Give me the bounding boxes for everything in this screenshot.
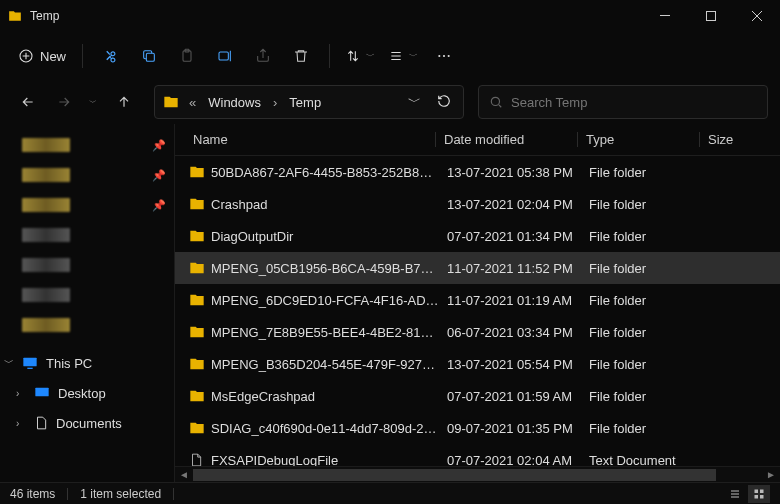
file-list[interactable]: 50BDA867-2AF6-4455-B853-252B8E41477...13… [175, 156, 780, 466]
folder-icon [189, 324, 211, 340]
file-name: FXSAPIDebugLogFile [211, 453, 439, 467]
scroll-right-arrow[interactable]: ► [762, 469, 780, 480]
sidebar-quick-item[interactable] [0, 280, 174, 310]
close-button[interactable] [734, 0, 780, 32]
svg-rect-12 [27, 368, 32, 369]
recent-button[interactable]: ﹀ [84, 86, 104, 118]
file-name: MPENG_7E8B9E55-BEE4-4BE2-819D-8BEF... [211, 325, 439, 340]
file-type: File folder [581, 325, 703, 340]
file-type: File folder [581, 197, 703, 212]
sidebar-quick-item[interactable]: 📌 [0, 190, 174, 220]
svg-rect-14 [755, 489, 759, 493]
forward-button[interactable] [48, 86, 80, 118]
file-area: Name Date modified Type Size 50BDA867-2A… [175, 124, 780, 482]
pin-icon: 📌 [152, 139, 166, 152]
sidebar-quick-item[interactable]: 📌 [0, 130, 174, 160]
sidebar-quick-item[interactable] [0, 220, 174, 250]
breadcrumb-overflow[interactable]: « [185, 93, 200, 112]
sidebar-this-pc[interactable]: ﹀ This PC [0, 348, 174, 378]
breadcrumb-windows[interactable]: Windows [204, 93, 265, 112]
column-name[interactable]: Name [189, 132, 435, 147]
window-title: Temp [30, 9, 59, 23]
chevron-right-icon: › [16, 388, 19, 399]
table-row[interactable]: MsEdgeCrashpad07-07-2021 01:59 AMFile fo… [175, 380, 780, 412]
svg-rect-6 [219, 52, 228, 60]
file-name: MPENG_6DC9ED10-FCFA-4F16-ADAE-EA... [211, 293, 439, 308]
table-row[interactable]: SDIAG_c40f690d-0e11-4dd7-809d-261c5c...0… [175, 412, 780, 444]
file-name: 50BDA867-2AF6-4455-B853-252B8E41477... [211, 165, 439, 180]
sidebar-quick-item[interactable] [0, 250, 174, 280]
documents-icon [34, 416, 48, 430]
maximize-button[interactable] [688, 0, 734, 32]
sidebar[interactable]: 📌 📌 📌 ﹀ This PC › Desktop › Documents [0, 124, 175, 482]
icons-view-button[interactable] [748, 485, 770, 503]
desktop-icon [34, 385, 50, 401]
share-button[interactable] [245, 38, 281, 74]
minimize-button[interactable] [642, 0, 688, 32]
search-bar[interactable] [478, 85, 768, 119]
pin-icon: 📌 [152, 199, 166, 212]
details-view-button[interactable] [724, 485, 746, 503]
column-type[interactable]: Type [577, 132, 699, 147]
file-type: File folder [581, 389, 703, 404]
file-name: MsEdgeCrashpad [211, 389, 439, 404]
scroll-left-arrow[interactable]: ◄ [175, 469, 193, 480]
status-count: 46 items [10, 487, 55, 501]
sort-button[interactable]: ﹀ [340, 38, 381, 74]
back-button[interactable] [12, 86, 44, 118]
sidebar-label: Desktop [58, 386, 106, 401]
file-type: Text Document [581, 453, 703, 467]
pc-icon [22, 355, 38, 371]
file-date: 07-07-2021 02:04 AM [439, 453, 581, 467]
more-button[interactable] [426, 38, 462, 74]
file-type: File folder [581, 229, 703, 244]
horizontal-scrollbar[interactable]: ◄ ► [175, 466, 780, 482]
svg-rect-11 [23, 358, 36, 367]
file-date: 13-07-2021 05:38 PM [439, 165, 581, 180]
sidebar-quick-item[interactable] [0, 310, 174, 340]
view-button[interactable]: ﹀ [383, 38, 424, 74]
new-button[interactable]: New [12, 38, 72, 74]
address-history-dropdown[interactable]: ﹀ [402, 93, 427, 111]
nav-row: ﹀ « Windows › Temp ﹀ [0, 80, 780, 124]
sidebar-desktop[interactable]: › Desktop [0, 378, 174, 408]
column-size[interactable]: Size [699, 132, 780, 147]
svg-point-7 [438, 55, 440, 57]
table-row[interactable]: FXSAPIDebugLogFile07-07-2021 02:04 AMTex… [175, 444, 780, 466]
column-date[interactable]: Date modified [435, 132, 577, 147]
breadcrumb-temp[interactable]: Temp [285, 93, 325, 112]
sidebar-quick-item[interactable]: 📌 [0, 160, 174, 190]
sidebar-documents[interactable]: › Documents [0, 408, 174, 438]
table-row[interactable]: DiagOutputDir07-07-2021 01:34 PMFile fol… [175, 220, 780, 252]
sidebar-label: This PC [46, 356, 92, 371]
folder-icon [189, 388, 211, 404]
search-input[interactable] [511, 95, 757, 110]
folder-icon [189, 228, 211, 244]
sidebar-label: Documents [56, 416, 122, 431]
svg-rect-17 [760, 495, 764, 499]
file-type: File folder [581, 421, 703, 436]
paste-button[interactable] [169, 38, 205, 74]
status-bar: 46 items 1 item selected [0, 482, 780, 504]
rename-button[interactable] [207, 38, 243, 74]
svg-rect-1 [707, 12, 716, 21]
up-button[interactable] [108, 86, 140, 118]
copy-button[interactable] [131, 38, 167, 74]
table-row[interactable]: MPENG_7E8B9E55-BEE4-4BE2-819D-8BEF...06-… [175, 316, 780, 348]
file-date: 11-07-2021 11:52 PM [439, 261, 581, 276]
table-row[interactable]: MPENG_05CB1956-B6CA-459B-B7DC-0F...11-07… [175, 252, 780, 284]
delete-button[interactable] [283, 38, 319, 74]
chevron-right-icon: › [16, 418, 19, 429]
cut-button[interactable] [93, 38, 129, 74]
file-name: DiagOutputDir [211, 229, 439, 244]
address-bar[interactable]: « Windows › Temp ﹀ [154, 85, 464, 119]
file-type: File folder [581, 357, 703, 372]
svg-rect-16 [755, 495, 759, 499]
table-row[interactable]: 50BDA867-2AF6-4455-B853-252B8E41477...13… [175, 156, 780, 188]
table-row[interactable]: MPENG_B365D204-545E-479F-927B-5E58...13-… [175, 348, 780, 380]
table-row[interactable]: Crashpad13-07-2021 02:04 PMFile folder [175, 188, 780, 220]
table-row[interactable]: MPENG_6DC9ED10-FCFA-4F16-ADAE-EA...11-07… [175, 284, 780, 316]
column-headers: Name Date modified Type Size [175, 124, 780, 156]
scroll-thumb[interactable] [193, 469, 716, 481]
refresh-button[interactable] [431, 94, 457, 111]
